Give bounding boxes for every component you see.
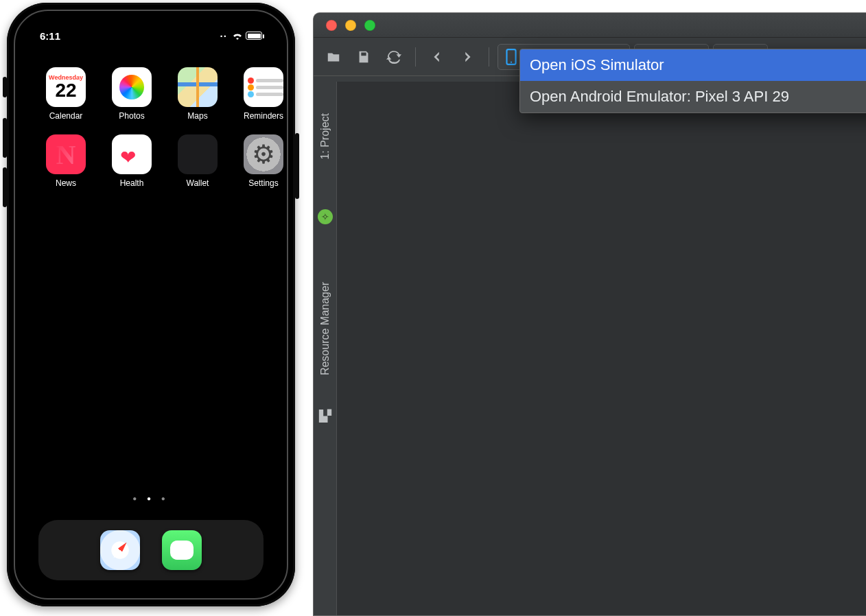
window-titlebar[interactable] <box>314 13 866 38</box>
dropdown-item-open-android-emu[interactable]: Open Android Emulator: Pixel 3 API 29 <box>520 81 866 112</box>
editor-area[interactable] <box>337 82 866 615</box>
project-tool-label: 1: Project <box>319 113 331 160</box>
app-health[interactable]: Health <box>107 134 156 188</box>
nav-forward-button[interactable] <box>454 44 480 70</box>
silence-switch[interactable] <box>3 77 7 97</box>
status-time: 6:11 <box>40 30 60 42</box>
open-button[interactable] <box>320 44 347 70</box>
home-screen-grid: Wednesday 22 Calendar Photos Maps <box>41 67 261 188</box>
app-label: Calendar <box>49 111 83 121</box>
app-messages[interactable] <box>162 530 202 570</box>
toolbar-separator <box>489 47 489 67</box>
resource-manager-icon: ▙▘ <box>319 410 336 423</box>
app-settings[interactable]: Settings <box>239 134 288 188</box>
window-close-button[interactable] <box>326 20 337 31</box>
resource-manager-label: Resource Manager <box>319 282 331 375</box>
app-label: Wallet <box>187 178 209 188</box>
app-label: Settings <box>248 178 278 188</box>
save-button[interactable] <box>351 44 377 70</box>
photos-icon <box>112 67 152 107</box>
android-icon[interactable]: ✧ <box>318 209 333 224</box>
phone-frame: 6:11 Wednesday 22 Calendar <box>7 3 295 606</box>
battery-icon <box>246 32 262 40</box>
app-maps[interactable]: Maps <box>173 67 222 121</box>
sync-button[interactable] <box>381 44 407 70</box>
maps-icon <box>178 67 218 107</box>
ide-window[interactable]: <no devices> ▼ real ▼ Pix / 〉 Users 〉 cj… <box>313 12 866 616</box>
app-label: News <box>56 178 76 188</box>
volume-up-button[interactable] <box>3 118 7 158</box>
calendar-day: 22 <box>55 81 76 100</box>
dropdown-item-open-ios-sim[interactable]: Open iOS Simulator <box>520 49 866 81</box>
resource-manager-tool-tab[interactable]: Resource Manager <box>314 253 337 404</box>
health-icon <box>112 134 152 174</box>
svg-point-1 <box>511 61 512 62</box>
dock <box>38 520 264 580</box>
app-label: Maps <box>187 111 207 121</box>
nav-back-button[interactable] <box>424 44 450 70</box>
calendar-icon: Wednesday 22 <box>46 67 86 107</box>
settings-icon <box>244 134 283 174</box>
app-safari[interactable] <box>100 530 140 570</box>
device-dropdown-menu[interactable]: Open iOS Simulator Open Android Emulator… <box>519 49 866 113</box>
app-reminders[interactable]: Reminders <box>239 67 288 121</box>
app-calendar[interactable]: Wednesday 22 Calendar <box>41 67 91 121</box>
app-label: Photos <box>119 111 144 121</box>
volume-down-button[interactable] <box>3 167 7 207</box>
notch <box>79 18 223 41</box>
app-photos[interactable]: Photos <box>107 67 156 121</box>
app-label: Reminders <box>244 111 283 121</box>
power-button[interactable] <box>295 133 299 199</box>
wallet-icon <box>178 134 218 174</box>
toolbar-separator <box>415 47 416 67</box>
app-label: Health <box>120 178 144 188</box>
news-icon: N <box>46 134 86 174</box>
phone-screen[interactable]: 6:11 Wednesday 22 Calendar <box>23 19 279 590</box>
page-indicator[interactable]: ● ● ● <box>23 495 279 502</box>
window-zoom-button[interactable] <box>364 20 375 31</box>
left-tool-stripe: 1: Project ✧ Resource Manager ▙▘ <box>314 82 337 615</box>
app-wallet[interactable]: Wallet <box>173 134 222 188</box>
project-tool-tab[interactable]: 1: Project <box>314 82 337 191</box>
reminders-icon <box>244 67 283 107</box>
window-minimize-button[interactable] <box>345 20 356 31</box>
ios-simulator-window[interactable]: 6:11 Wednesday 22 Calendar <box>7 3 295 606</box>
app-news[interactable]: N News <box>41 134 91 188</box>
phone-bezel: 6:11 Wednesday 22 Calendar <box>14 10 288 600</box>
